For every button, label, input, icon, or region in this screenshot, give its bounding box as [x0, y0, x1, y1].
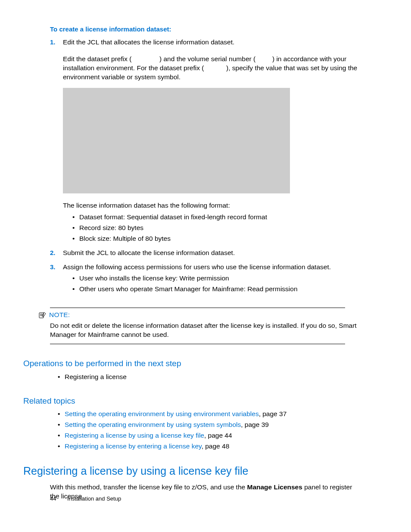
related-link[interactable]: Registering a license by using a license…	[65, 432, 204, 439]
list-item: Setting the operating environment by usi…	[58, 410, 361, 419]
step-2-text: Submit the JCL to allocate the license i…	[63, 249, 361, 258]
page-ref: , page 37	[259, 410, 287, 417]
ordered-steps: 1. Edit the JCL that allocates the licen…	[50, 38, 361, 296]
panel-name-bold: Manage Licenses	[247, 483, 302, 491]
list-item: Block size: Multiple of 80 bytes	[72, 234, 361, 243]
page-number: 44	[50, 495, 56, 502]
list-item: Dataset format: Sequential dataset in fi…	[72, 213, 361, 222]
list-item: User who installs the license key: Write…	[72, 274, 361, 283]
step-2: 2. Submit the JCL to allocate the licens…	[50, 249, 361, 260]
step-3: 3. Assign the following access permissio…	[50, 263, 361, 297]
step-3-text: Assign the following access permissions …	[63, 263, 361, 272]
step-1-intro: Edit the JCL that allocates the license …	[63, 38, 361, 47]
format-list: Dataset format: Sequential dataset in fi…	[72, 213, 361, 243]
text: With this method, transfer the license k…	[50, 483, 247, 491]
placeholder-prefix	[134, 55, 158, 62]
list-item: Other users who operate Smart Manager fo…	[72, 285, 361, 294]
list-item: Registering a license by using a license…	[58, 431, 361, 440]
text: Edit the dataset prefix (	[63, 55, 131, 62]
page-footer: 44 Installation and Setup	[50, 495, 121, 503]
step-number: 3.	[50, 263, 63, 271]
page-ref: , page 44	[204, 432, 232, 439]
divider	[50, 308, 345, 308]
step-1-detail: Edit the dataset prefix ( ) and the volu…	[63, 55, 361, 82]
placeholder-volser	[257, 55, 270, 62]
page-ref: , page 39	[241, 421, 269, 428]
procedure-title: To create a license information dataset:	[50, 25, 361, 34]
jcl-code-block	[63, 88, 290, 193]
step-1: 1. Edit the JCL that allocates the licen…	[50, 38, 361, 246]
footer-title: Installation and Setup	[67, 495, 121, 502]
related-link[interactable]: Setting the operating environment by usi…	[65, 410, 259, 417]
list-item: Registering a license	[58, 373, 361, 382]
note-body: Do not edit or delete the license inform…	[50, 321, 361, 339]
list-item: Record size: 80 bytes	[72, 224, 361, 233]
section-heading: Registering a license by using a license…	[23, 464, 361, 479]
related-topics-heading: Related topics	[23, 395, 361, 407]
note-block: NOTE: Do not edit or delete the license …	[50, 308, 361, 344]
next-step-list: Registering a license	[58, 373, 361, 382]
list-item: Registering a license by entering a lice…	[58, 442, 361, 451]
note-label: NOTE:	[49, 311, 70, 320]
step-1-format-intro: The license information dataset has the …	[63, 201, 361, 210]
permissions-list: User who installs the license key: Write…	[72, 274, 361, 294]
step-number: 2.	[50, 249, 63, 257]
next-step-heading: Operations to be performed in the next s…	[23, 358, 361, 369]
related-link[interactable]: Setting the operating environment by usi…	[65, 421, 241, 428]
text: ) and the volume serial number (	[159, 55, 255, 62]
related-topics-list: Setting the operating environment by usi…	[58, 410, 361, 451]
list-item: Setting the operating environment by usi…	[58, 420, 361, 429]
step-number: 1.	[50, 38, 63, 47]
divider	[50, 344, 345, 344]
page-ref: , page 48	[202, 442, 230, 450]
related-link[interactable]: Registering a license by entering a lice…	[65, 442, 202, 450]
note-icon	[39, 311, 47, 320]
placeholder-prefix-2	[206, 64, 224, 72]
